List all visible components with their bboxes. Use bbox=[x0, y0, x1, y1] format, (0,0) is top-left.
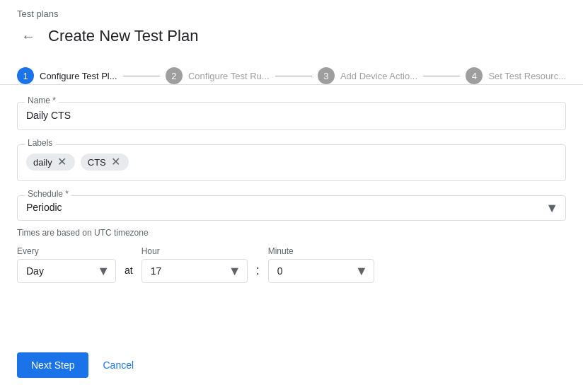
minute-label: Minute bbox=[268, 246, 374, 256]
every-group: Every Day Hour Week ▼ bbox=[17, 246, 116, 283]
schedule-label: Schedule * bbox=[25, 189, 71, 199]
stepper: 1 Configure Test Pl... 2 Configure Test … bbox=[17, 57, 566, 84]
at-label: at bbox=[125, 265, 133, 276]
connector-2-3 bbox=[275, 76, 312, 76]
hour-group: Hour 0123 4567 891011 12131415 161718 19… bbox=[142, 246, 248, 283]
name-label: Name * bbox=[25, 96, 59, 105]
page-container: Test plans ← Create New Test Plan 1 Conf… bbox=[0, 0, 583, 392]
hour-label: Hour bbox=[142, 246, 248, 256]
form-content: Name * Labels daily ✕ CTS ✕ Schedule * bbox=[0, 85, 583, 347]
labels-field-group: Labels daily ✕ CTS ✕ bbox=[17, 144, 566, 181]
chip-cts-remove[interactable]: ✕ bbox=[110, 156, 122, 168]
step-1-circle: 1 bbox=[17, 67, 34, 84]
every-arrow-icon: ▼ bbox=[97, 264, 110, 279]
schedule-section: Schedule * Periodic One-time ▼ Times are… bbox=[17, 195, 566, 283]
step-4-circle: 4 bbox=[466, 67, 483, 84]
step-4[interactable]: 4 Set Test Resourc... bbox=[466, 67, 566, 84]
time-colon: : bbox=[256, 263, 260, 278]
footer: Next Step Cancel bbox=[0, 347, 583, 392]
name-input[interactable] bbox=[26, 108, 557, 122]
labels-label: Labels bbox=[25, 138, 55, 148]
chip-daily-remove[interactable]: ✕ bbox=[57, 156, 68, 168]
every-label: Every bbox=[17, 246, 116, 256]
chip-daily-text: daily bbox=[33, 157, 52, 168]
step-1[interactable]: 1 Configure Test Pl... bbox=[17, 67, 117, 84]
step-3[interactable]: 3 Add Device Actio... bbox=[318, 67, 417, 84]
every-select[interactable]: Day Hour Week bbox=[26, 265, 93, 277]
step-2-label: Configure Test Ru... bbox=[188, 71, 270, 81]
name-field-group: Name * bbox=[17, 102, 566, 130]
breadcrumb-row: Test plans bbox=[17, 8, 566, 19]
back-button[interactable]: ← bbox=[17, 25, 40, 47]
page-title-row: ← Create New Test Plan bbox=[17, 25, 566, 47]
schedule-select[interactable]: Periodic One-time bbox=[26, 202, 557, 213]
hour-dropdown-wrapper: 0123 4567 891011 12131415 161718 1920212… bbox=[142, 259, 248, 283]
next-step-button[interactable]: Next Step bbox=[17, 352, 88, 378]
minute-dropdown-wrapper: 0 51015 202530 354045 5055 ▼ bbox=[268, 259, 374, 283]
step-1-label: Configure Test Pl... bbox=[40, 71, 117, 81]
page-title: Create New Test Plan bbox=[48, 27, 198, 45]
labels-container: daily ✕ CTS ✕ bbox=[26, 151, 557, 173]
connector-1-2 bbox=[123, 76, 160, 76]
top-bar: Test plans ← Create New Test Plan 1 Conf… bbox=[0, 0, 583, 85]
minute-arrow-icon: ▼ bbox=[355, 264, 368, 279]
schedule-wrapper: Schedule * Periodic One-time ▼ bbox=[17, 195, 566, 221]
step-3-circle: 3 bbox=[318, 67, 335, 84]
cancel-button[interactable]: Cancel bbox=[97, 352, 139, 378]
connector-3-4 bbox=[423, 76, 460, 76]
minute-select[interactable]: 0 51015 202530 354045 5055 bbox=[277, 265, 351, 277]
every-dropdown-wrapper: Day Hour Week ▼ bbox=[17, 259, 116, 283]
step-4-label: Set Test Resourc... bbox=[488, 71, 566, 81]
step-3-label: Add Device Actio... bbox=[340, 71, 417, 81]
step-2-circle: 2 bbox=[166, 67, 183, 84]
breadcrumb: Test plans bbox=[17, 8, 59, 19]
hour-arrow-icon: ▼ bbox=[229, 264, 241, 279]
step-2[interactable]: 2 Configure Test Ru... bbox=[166, 67, 270, 84]
minute-group: Minute 0 51015 202530 354045 5055 ▼ bbox=[268, 246, 374, 283]
periodic-row: Every Day Hour Week ▼ at Hour bbox=[17, 246, 566, 283]
timezone-note: Times are based on UTC timezone bbox=[17, 228, 566, 238]
chip-cts: CTS ✕ bbox=[81, 154, 129, 171]
chip-cts-text: CTS bbox=[88, 157, 106, 168]
chip-daily: daily ✕ bbox=[26, 154, 75, 171]
hour-select[interactable]: 0123 4567 891011 12131415 161718 1920212… bbox=[151, 265, 224, 277]
